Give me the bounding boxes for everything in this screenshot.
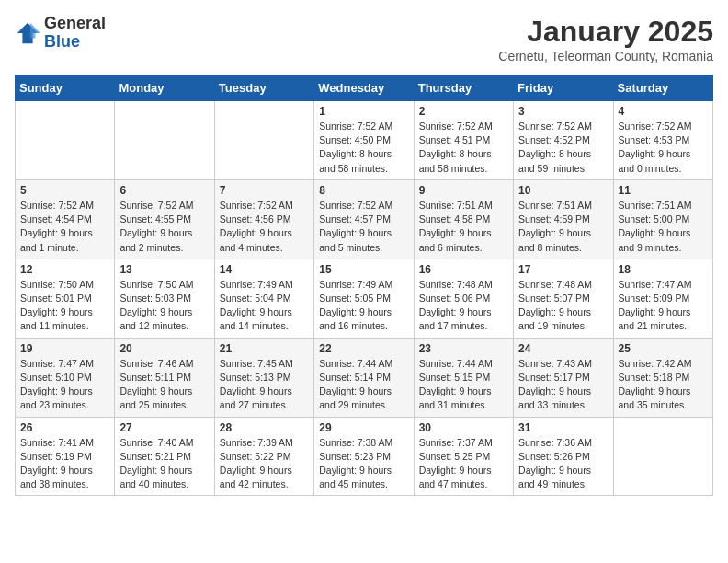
day-number: 21	[220, 342, 309, 355]
calendar-cell: 17Sunrise: 7:48 AM Sunset: 5:07 PM Dayli…	[514, 259, 613, 338]
day-info: Sunrise: 7:49 AM Sunset: 5:05 PM Dayligh…	[319, 278, 408, 334]
day-info: Sunrise: 7:37 AM Sunset: 5:25 PM Dayligh…	[419, 436, 508, 492]
day-info: Sunrise: 7:51 AM Sunset: 5:00 PM Dayligh…	[619, 199, 708, 255]
day-info: Sunrise: 7:41 AM Sunset: 5:19 PM Dayligh…	[20, 436, 109, 492]
location-subtitle: Cernetu, Teleorman County, Romania	[498, 49, 713, 63]
day-number: 31	[518, 421, 608, 434]
day-of-week-header: Monday	[115, 75, 214, 101]
day-info: Sunrise: 7:52 AM Sunset: 4:56 PM Dayligh…	[220, 199, 309, 255]
calendar-week-row: 19Sunrise: 7:47 AM Sunset: 5:10 PM Dayli…	[16, 338, 713, 417]
day-number: 25	[619, 342, 708, 355]
day-number: 11	[619, 184, 708, 197]
calendar-cell: 22Sunrise: 7:44 AM Sunset: 5:14 PM Dayli…	[314, 338, 414, 417]
calendar-cell: 28Sunrise: 7:39 AM Sunset: 5:22 PM Dayli…	[214, 417, 313, 496]
day-info: Sunrise: 7:52 AM Sunset: 4:55 PM Dayligh…	[119, 199, 209, 255]
day-number: 8	[319, 184, 408, 197]
day-info: Sunrise: 7:36 AM Sunset: 5:26 PM Dayligh…	[518, 436, 608, 492]
day-info: Sunrise: 7:47 AM Sunset: 5:09 PM Dayligh…	[619, 278, 708, 334]
calendar-cell: 2Sunrise: 7:52 AM Sunset: 4:51 PM Daylig…	[414, 101, 513, 180]
day-info: Sunrise: 7:52 AM Sunset: 4:54 PM Dayligh…	[20, 199, 109, 255]
day-number: 7	[220, 184, 309, 197]
calendar-cell: 5Sunrise: 7:52 AM Sunset: 4:54 PM Daylig…	[16, 179, 115, 259]
day-number: 17	[518, 263, 608, 276]
day-info: Sunrise: 7:48 AM Sunset: 5:07 PM Dayligh…	[518, 278, 608, 334]
month-title: January 2025	[498, 15, 713, 49]
logo-blue-text: Blue	[44, 33, 106, 52]
day-number: 22	[319, 342, 408, 355]
day-number: 12	[20, 263, 109, 276]
day-number: 15	[319, 263, 408, 276]
day-of-week-header: Friday	[514, 75, 613, 101]
calendar-week-row: 26Sunrise: 7:41 AM Sunset: 5:19 PM Dayli…	[16, 417, 713, 496]
calendar-cell: 25Sunrise: 7:42 AM Sunset: 5:18 PM Dayli…	[613, 338, 712, 417]
day-info: Sunrise: 7:52 AM Sunset: 4:52 PM Dayligh…	[518, 120, 608, 176]
day-info: Sunrise: 7:52 AM Sunset: 4:53 PM Dayligh…	[619, 120, 708, 176]
calendar-cell: 30Sunrise: 7:37 AM Sunset: 5:25 PM Dayli…	[414, 417, 513, 496]
day-info: Sunrise: 7:38 AM Sunset: 5:23 PM Dayligh…	[319, 436, 408, 492]
calendar-cell: 1Sunrise: 7:52 AM Sunset: 4:50 PM Daylig…	[314, 101, 414, 180]
day-of-week-header: Tuesday	[214, 75, 313, 101]
day-of-week-header: Saturday	[613, 75, 712, 101]
day-info: Sunrise: 7:52 AM Sunset: 4:57 PM Dayligh…	[319, 199, 408, 255]
calendar-cell: 4Sunrise: 7:52 AM Sunset: 4:53 PM Daylig…	[613, 101, 712, 180]
day-number: 4	[619, 105, 708, 118]
calendar-week-row: 12Sunrise: 7:50 AM Sunset: 5:01 PM Dayli…	[16, 259, 713, 338]
calendar-cell: 8Sunrise: 7:52 AM Sunset: 4:57 PM Daylig…	[314, 179, 414, 259]
calendar-cell: 15Sunrise: 7:49 AM Sunset: 5:05 PM Dayli…	[314, 259, 414, 338]
day-number: 10	[518, 184, 608, 197]
calendar-week-row: 5Sunrise: 7:52 AM Sunset: 4:54 PM Daylig…	[16, 179, 713, 259]
day-number: 3	[518, 105, 608, 118]
calendar-cell: 16Sunrise: 7:48 AM Sunset: 5:06 PM Dayli…	[414, 259, 513, 338]
day-number: 28	[220, 421, 309, 434]
logo-general-text: General	[44, 15, 106, 33]
calendar-cell: 12Sunrise: 7:50 AM Sunset: 5:01 PM Dayli…	[16, 259, 115, 338]
calendar-cell: 31Sunrise: 7:36 AM Sunset: 5:26 PM Dayli…	[514, 417, 613, 496]
calendar-cell: 10Sunrise: 7:51 AM Sunset: 4:59 PM Dayli…	[514, 179, 613, 259]
logo: General Blue	[15, 15, 106, 52]
day-number: 26	[20, 421, 109, 434]
logo-icon	[15, 20, 40, 46]
day-info: Sunrise: 7:52 AM Sunset: 4:50 PM Dayligh…	[319, 120, 408, 176]
day-info: Sunrise: 7:51 AM Sunset: 4:59 PM Dayligh…	[518, 199, 608, 255]
day-info: Sunrise: 7:44 AM Sunset: 5:15 PM Dayligh…	[419, 357, 508, 413]
calendar-cell: 19Sunrise: 7:47 AM Sunset: 5:10 PM Dayli…	[16, 338, 115, 417]
calendar-cell: 7Sunrise: 7:52 AM Sunset: 4:56 PM Daylig…	[214, 179, 313, 259]
day-of-week-header: Thursday	[414, 75, 513, 101]
calendar-cell: 9Sunrise: 7:51 AM Sunset: 4:58 PM Daylig…	[414, 179, 513, 259]
day-info: Sunrise: 7:46 AM Sunset: 5:11 PM Dayligh…	[119, 357, 209, 413]
calendar-cell	[613, 417, 712, 496]
day-number: 14	[220, 263, 309, 276]
calendar-cell: 29Sunrise: 7:38 AM Sunset: 5:23 PM Dayli…	[314, 417, 414, 496]
calendar-week-row: 1Sunrise: 7:52 AM Sunset: 4:50 PM Daylig…	[16, 101, 713, 180]
logo-text: General Blue	[44, 15, 106, 52]
day-of-week-header: Wednesday	[314, 75, 414, 101]
calendar-cell: 27Sunrise: 7:40 AM Sunset: 5:21 PM Dayli…	[115, 417, 214, 496]
day-info: Sunrise: 7:47 AM Sunset: 5:10 PM Dayligh…	[20, 357, 109, 413]
day-number: 29	[319, 421, 408, 434]
day-of-week-header: Sunday	[16, 75, 115, 101]
calendar-cell: 6Sunrise: 7:52 AM Sunset: 4:55 PM Daylig…	[115, 179, 214, 259]
day-info: Sunrise: 7:39 AM Sunset: 5:22 PM Dayligh…	[220, 436, 309, 492]
day-info: Sunrise: 7:50 AM Sunset: 5:01 PM Dayligh…	[20, 278, 109, 334]
day-number: 6	[119, 184, 209, 197]
day-number: 23	[419, 342, 508, 355]
day-info: Sunrise: 7:49 AM Sunset: 5:04 PM Dayligh…	[220, 278, 309, 334]
page-header: General Blue January 2025 Cernetu, Teleo…	[15, 15, 713, 63]
day-info: Sunrise: 7:44 AM Sunset: 5:14 PM Dayligh…	[319, 357, 408, 413]
day-number: 18	[619, 263, 708, 276]
calendar-cell: 13Sunrise: 7:50 AM Sunset: 5:03 PM Dayli…	[115, 259, 214, 338]
day-number: 2	[419, 105, 508, 118]
calendar-cell: 11Sunrise: 7:51 AM Sunset: 5:00 PM Dayli…	[613, 179, 712, 259]
day-number: 27	[119, 421, 209, 434]
calendar-header-row: SundayMondayTuesdayWednesdayThursdayFrid…	[16, 75, 713, 101]
day-info: Sunrise: 7:45 AM Sunset: 5:13 PM Dayligh…	[220, 357, 309, 413]
day-number: 5	[20, 184, 109, 197]
day-info: Sunrise: 7:42 AM Sunset: 5:18 PM Dayligh…	[619, 357, 708, 413]
calendar-cell	[115, 101, 214, 180]
calendar-cell: 20Sunrise: 7:46 AM Sunset: 5:11 PM Dayli…	[115, 338, 214, 417]
calendar-cell: 21Sunrise: 7:45 AM Sunset: 5:13 PM Dayli…	[214, 338, 313, 417]
day-number: 20	[119, 342, 209, 355]
day-number: 1	[319, 105, 408, 118]
calendar-cell: 3Sunrise: 7:52 AM Sunset: 4:52 PM Daylig…	[514, 101, 613, 180]
title-block: January 2025 Cernetu, Teleorman County, …	[498, 15, 713, 63]
